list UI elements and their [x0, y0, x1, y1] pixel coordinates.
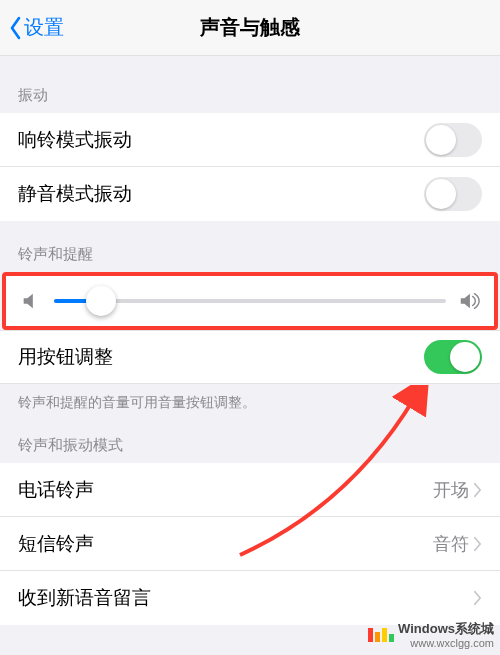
row-vibrate-on-ring[interactable]: 响铃模式振动	[0, 113, 500, 167]
back-label: 设置	[24, 14, 64, 41]
navbar: 设置 声音与触感	[0, 0, 500, 56]
chevron-left-icon	[8, 16, 22, 40]
row-vibrate-on-silent[interactable]: 静音模式振动	[0, 167, 500, 221]
switch-vibrate-on-silent[interactable]	[424, 177, 482, 211]
back-button[interactable]: 设置	[8, 14, 64, 41]
chevron-right-icon	[473, 536, 482, 552]
chevron-right-icon	[473, 482, 482, 498]
group-vibration: 响铃模式振动 静音模式振动	[0, 113, 500, 221]
row-label: 短信铃声	[18, 531, 94, 557]
volume-slider[interactable]	[54, 299, 446, 303]
volume-slider-row[interactable]	[2, 272, 498, 330]
chevron-right-icon	[473, 590, 482, 606]
speaker-low-icon	[20, 290, 42, 312]
page-title: 声音与触感	[200, 14, 300, 41]
watermark-logo-icon	[368, 628, 394, 642]
row-new-voicemail[interactable]: 收到新语音留言	[0, 571, 500, 625]
section-header-patterns: 铃声和振动模式	[0, 412, 500, 463]
row-label: 静音模式振动	[18, 181, 132, 207]
group-patterns: 电话铃声 开场 短信铃声 音符 收到新语音留言	[0, 463, 500, 625]
caption-change-with-buttons: 铃声和提醒的音量可用音量按钮调整。	[0, 384, 500, 412]
row-ringtone[interactable]: 电话铃声 开场	[0, 463, 500, 517]
section-header-vibration: 振动	[0, 56, 500, 113]
switch-change-with-buttons[interactable]	[424, 340, 482, 374]
row-text-tone[interactable]: 短信铃声 音符	[0, 517, 500, 571]
row-label: 收到新语音留言	[18, 585, 151, 611]
row-label: 电话铃声	[18, 477, 94, 503]
watermark-url: www.wxclgg.com	[398, 637, 494, 649]
watermark-text: Windows系统城	[398, 621, 494, 636]
watermark: Windows系统城 www.wxclgg.com	[368, 620, 494, 649]
switch-vibrate-on-ring[interactable]	[424, 123, 482, 157]
row-value: 开场	[433, 478, 469, 502]
section-header-ringer: 铃声和提醒	[0, 221, 500, 272]
row-label: 用按钮调整	[18, 344, 113, 370]
row-value: 音符	[433, 532, 469, 556]
speaker-high-icon	[458, 290, 480, 312]
row-label: 响铃模式振动	[18, 127, 132, 153]
row-change-with-buttons[interactable]: 用按钮调整	[0, 330, 500, 384]
